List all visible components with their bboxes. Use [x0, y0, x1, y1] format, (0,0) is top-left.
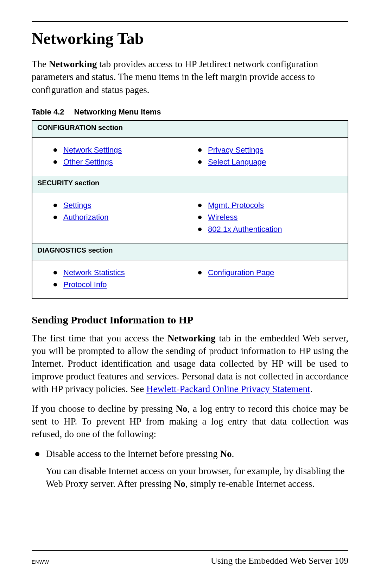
body-paragraph-1: The first time that you access the Netwo…	[32, 332, 348, 396]
page-footer: ENWW Using the Embedded Web Server 109	[32, 550, 348, 566]
link-network-statistics[interactable]: Network Statistics	[63, 268, 125, 277]
link-select-language[interactable]: Select Language	[208, 157, 266, 166]
section-header-configuration: CONFIGURATION section	[32, 121, 348, 137]
top-rule	[32, 21, 348, 22]
link-other-settings[interactable]: Other Settings	[63, 157, 113, 166]
list-item: Authorization	[53, 213, 198, 222]
intro-pre: The	[32, 59, 49, 69]
intro-paragraph: The Networking tab provides access to HP…	[32, 58, 348, 96]
table-number: Table 4.2	[32, 107, 64, 116]
body-bullet-list: Disable access to the Internet before pr…	[32, 448, 348, 460]
list-item: Select Language	[198, 157, 343, 167]
list-item: 802.1x Authentication	[198, 225, 343, 234]
subheading: Sending Product Information to HP	[32, 314, 348, 326]
page-number: 109	[335, 556, 348, 566]
list-item: Network Settings	[53, 146, 198, 155]
link-protocol-info[interactable]: Protocol Info	[63, 280, 107, 289]
link-hp-privacy-statement[interactable]: Hewlett-Packard Online Privacy Statement	[146, 384, 310, 394]
link-mgmt-protocols[interactable]: Mgmt. Protocols	[208, 201, 264, 210]
body-subparagraph: You can disable Internet access on your …	[46, 465, 348, 490]
list-item: Other Settings	[53, 157, 198, 167]
link-network-settings[interactable]: Network Settings	[63, 146, 122, 154]
page-title: Networking Tab	[32, 29, 348, 48]
link-authorization[interactable]: Authorization	[63, 213, 108, 222]
link-configuration-page[interactable]: Configuration Page	[208, 268, 274, 277]
link-settings[interactable]: Settings	[63, 201, 91, 210]
list-item: Mgmt. Protocols	[198, 201, 343, 210]
table-caption: Table 4.2Networking Menu Items	[32, 107, 348, 117]
list-item: Protocol Info	[53, 280, 198, 289]
link-privacy-settings[interactable]: Privacy Settings	[208, 146, 264, 154]
body-paragraph-2: If you choose to decline by pressing No,…	[32, 403, 348, 441]
footer-left: ENWW	[32, 559, 49, 565]
list-item: Wireless	[198, 213, 343, 222]
link-wireless[interactable]: Wireless	[208, 213, 238, 222]
list-item: Settings	[53, 201, 198, 210]
body-bullet-item: Disable access to the Internet before pr…	[35, 448, 348, 460]
footer-right: Using the Embedded Web Server 109	[211, 556, 348, 566]
list-item: Network Statistics	[53, 268, 198, 277]
list-item: Configuration Page	[198, 268, 343, 277]
link-8021x-auth[interactable]: 802.1x Authentication	[208, 225, 282, 234]
list-item: Privacy Settings	[198, 146, 343, 155]
section-header-diagnostics: DIAGNOSTICS section	[32, 243, 348, 260]
table-title: Networking Menu Items	[74, 107, 161, 116]
section-header-security: SECURITY section	[32, 176, 348, 193]
intro-bold: Networking	[49, 59, 97, 69]
networking-menu-table: CONFIGURATION section Network Settings O…	[32, 120, 348, 299]
